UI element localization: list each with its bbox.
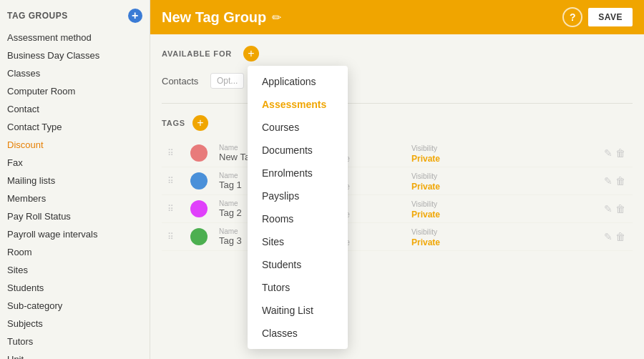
- sidebar-item-computer-room[interactable]: Computer Room: [0, 82, 150, 100]
- tags-section-label: TAGS: [162, 119, 185, 127]
- available-for-label: AVAILABLE FOR: [162, 49, 232, 58]
- tag-delete-button-2[interactable]: 🗑: [615, 203, 625, 215]
- tag-delete-button-1[interactable]: 🗑: [615, 175, 625, 187]
- tags-header: TAGS +: [162, 115, 633, 131]
- section-divider: [162, 103, 633, 104]
- dropdown-item-documents[interactable]: Documents: [248, 139, 348, 162]
- tag-row-2: ⠿ Name Tag 2 URL path No Value Visibilit…: [162, 195, 633, 223]
- tag-color-2: [190, 200, 208, 217]
- tag-rows-container: ⠿ Name New Tag G... URL path No Value Vi…: [162, 139, 633, 251]
- tag-row-0: ⠿ Name New Tag G... URL path No Value Vi…: [162, 139, 633, 167]
- main-content: New Tag Group ✏ ? SAVE AVAILABLE FOR + A…: [150, 0, 644, 359]
- tag-visibility-value-3: Private: [411, 237, 440, 247]
- sidebar-item-classes[interactable]: Classes: [0, 64, 150, 82]
- dropdown-item-applications[interactable]: Applications: [248, 70, 348, 93]
- sidebar-title: TAG GROUPS: [7, 11, 68, 21]
- tag-color-1: [190, 172, 208, 190]
- sidebar-item-unit[interactable]: Unit: [0, 350, 150, 359]
- sidebar-item-subjects[interactable]: Subjects: [0, 315, 150, 333]
- sidebar-item-mailing-lists[interactable]: Mailing lists: [0, 172, 150, 190]
- contacts-label: Contacts: [162, 76, 205, 87]
- tag-color-3: [190, 228, 208, 245]
- available-for-section: AVAILABLE FOR + ApplicationsAssessmentsC…: [162, 46, 633, 62]
- dropdown-item-assessments[interactable]: Assessments: [248, 93, 348, 116]
- dropdown-item-courses[interactable]: Courses: [248, 116, 348, 139]
- sidebar-item-discount[interactable]: Discount: [0, 136, 150, 154]
- sidebar-item-pay-roll-status[interactable]: Pay Roll Status: [0, 207, 150, 225]
- save-button[interactable]: SAVE: [588, 8, 633, 26]
- tag-delete-button-0[interactable]: 🗑: [615, 147, 625, 159]
- dropdown-item-waiting-list[interactable]: Waiting List: [248, 299, 348, 322]
- sidebar-item-contact-type[interactable]: Contact Type: [0, 118, 150, 136]
- dropdown-item-rooms[interactable]: Rooms: [248, 207, 348, 230]
- sidebar-item-sub-category[interactable]: Sub-category: [0, 297, 150, 315]
- tag-actions-2: ✎ 🗑: [604, 203, 633, 215]
- tag-visibility-value-0: Private: [411, 154, 440, 164]
- dropdown-item-students[interactable]: Students: [248, 253, 348, 276]
- dropdown-item-enrolments[interactable]: Enrolments: [248, 162, 348, 185]
- tag-edit-button-2[interactable]: ✎: [604, 203, 613, 215]
- contacts-row: Contacts Opt... Unlimited 🗑: [162, 73, 633, 89]
- add-tag-button[interactable]: +: [192, 115, 208, 131]
- sidebar-item-payroll-wage-intervals[interactable]: Payroll wage intervals: [0, 225, 150, 243]
- header-right: ? SAVE: [562, 7, 633, 27]
- sidebar-item-tutors[interactable]: Tutors: [0, 333, 150, 350]
- sidebar-items-list: Assessment methodBusiness Day ClassesCla…: [0, 29, 150, 359]
- tag-actions-0: ✎ 🗑: [604, 147, 633, 159]
- header-left: New Tag Group ✏: [162, 9, 281, 26]
- sidebar: TAG GROUPS + Assessment methodBusiness D…: [0, 0, 150, 359]
- drag-handle-0[interactable]: ⠿: [162, 148, 179, 158]
- tag-visibility-label-0: Visibility: [411, 144, 437, 152]
- sidebar-item-contact[interactable]: Contact: [0, 100, 150, 118]
- dropdown-item-tutors[interactable]: Tutors: [248, 276, 348, 299]
- edit-icon[interactable]: ✏: [272, 11, 281, 24]
- available-for-dropdown: ApplicationsAssessmentsCoursesDocumentsE…: [248, 66, 348, 349]
- dropdown-item-payslips[interactable]: Payslips: [248, 185, 348, 207]
- dropdown-item-classes[interactable]: Classes: [248, 322, 348, 345]
- sidebar-header: TAG GROUPS +: [0, 0, 150, 29]
- sidebar-item-students[interactable]: Students: [0, 279, 150, 297]
- tag-row-1: ⠿ Name Tag 1 URL path No Value Visibilit…: [162, 167, 633, 195]
- tag-actions-1: ✎ 🗑: [604, 175, 633, 187]
- tag-row-3: ⠿ Name Tag 3 URL path No Value Visibilit…: [162, 223, 633, 251]
- page-header: New Tag Group ✏ ? SAVE: [150, 0, 644, 34]
- tag-visibility-value-1: Private: [411, 182, 440, 192]
- tag-visibility-value-2: Private: [411, 210, 440, 220]
- add-tag-group-button[interactable]: +: [128, 9, 142, 23]
- sidebar-item-fax[interactable]: Fax: [0, 154, 150, 172]
- tag-visibility-cell-2: Visibility Private: [411, 198, 502, 220]
- drag-handle-2[interactable]: ⠿: [162, 204, 179, 214]
- tag-actions-3: ✎ 🗑: [604, 231, 633, 242]
- help-button[interactable]: ?: [562, 7, 582, 27]
- tag-visibility-cell-0: Visibility Private: [411, 142, 502, 164]
- sidebar-item-members[interactable]: Members: [0, 190, 150, 207]
- sidebar-item-assessment-method[interactable]: Assessment method: [0, 29, 150, 46]
- tag-visibility-label-2: Visibility: [411, 200, 437, 208]
- sidebar-item-business-day-classes[interactable]: Business Day Classes: [0, 46, 150, 64]
- dropdown-item-sites[interactable]: Sites: [248, 230, 348, 253]
- tag-visibility-label-3: Visibility: [411, 228, 437, 236]
- tag-visibility-cell-3: Visibility Private: [411, 226, 502, 247]
- sidebar-item-sites[interactable]: Sites: [0, 261, 150, 279]
- tag-name-value-2: Tag 2: [219, 207, 242, 218]
- drag-handle-1[interactable]: ⠿: [162, 176, 179, 186]
- tag-visibility-cell-1: Visibility Private: [411, 170, 502, 192]
- tag-name-value-1: Tag 1: [219, 180, 242, 190]
- sidebar-item-room[interactable]: Room: [0, 243, 150, 261]
- tag-name-value-3: Tag 3: [219, 235, 242, 246]
- tag-edit-button-1[interactable]: ✎: [604, 175, 613, 187]
- tag-edit-button-3[interactable]: ✎: [604, 231, 613, 242]
- drag-handle-3[interactable]: ⠿: [162, 232, 179, 242]
- content-area: AVAILABLE FOR + ApplicationsAssessmentsC…: [150, 34, 644, 359]
- tag-edit-button-0[interactable]: ✎: [604, 147, 613, 159]
- tag-color-0: [190, 144, 208, 162]
- page-title: New Tag Group: [162, 9, 266, 26]
- add-available-button[interactable]: +: [243, 46, 259, 62]
- contacts-option[interactable]: Opt...: [210, 73, 244, 89]
- tag-delete-button-3[interactable]: 🗑: [615, 231, 625, 242]
- tag-visibility-label-1: Visibility: [411, 172, 437, 180]
